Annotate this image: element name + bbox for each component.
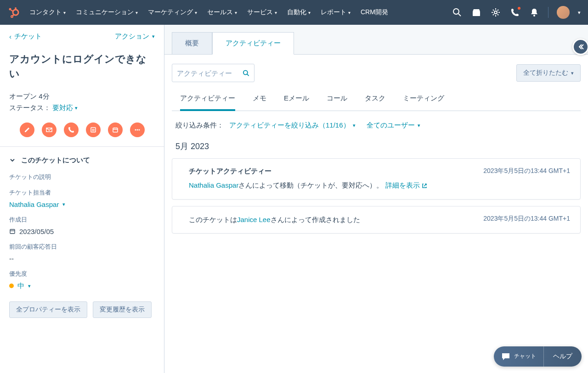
search-icon[interactable] bbox=[452, 7, 463, 18]
nav-crm[interactable]: CRM開発 bbox=[361, 8, 388, 17]
note-button[interactable] bbox=[20, 122, 34, 137]
svg-rect-13 bbox=[91, 128, 96, 132]
phone-icon[interactable] bbox=[509, 7, 520, 18]
svg-rect-23 bbox=[10, 229, 15, 234]
svg-point-11 bbox=[533, 15, 535, 17]
card-timestamp: 2023年5月5日の13:44 GMT+1 bbox=[483, 167, 570, 176]
svg-point-6 bbox=[11, 16, 13, 17]
created-label: 作成日 bbox=[9, 216, 155, 224]
subtab-activity[interactable]: アクティビティー bbox=[180, 88, 235, 111]
content: 概要 アクティビティー 全て折りたたむ▾ アクティビティー メモ Eメール コー… bbox=[164, 25, 588, 373]
subtab-call[interactable]: コール bbox=[327, 88, 347, 111]
account-chevron-icon[interactable]: ▾ bbox=[578, 10, 581, 16]
subtab-task[interactable]: タスク bbox=[365, 88, 385, 111]
nav-sales[interactable]: セールス▾ bbox=[207, 8, 237, 17]
user-avatar[interactable] bbox=[557, 6, 570, 19]
svg-point-20 bbox=[135, 129, 136, 130]
open-duration: オープン 4分 bbox=[9, 92, 155, 101]
top-navigation: コンタクト▾ コミュニケーション▾ マーケティング▾ セールス▾ サービス▾ 自… bbox=[0, 0, 588, 25]
svg-point-7 bbox=[453, 9, 459, 14]
tab-activity[interactable]: アクティビティー bbox=[212, 32, 294, 55]
nav-right: ▾ bbox=[452, 6, 581, 19]
svg-point-22 bbox=[138, 129, 140, 130]
svg-point-21 bbox=[136, 129, 138, 130]
subtab-notes[interactable]: メモ bbox=[253, 88, 266, 111]
section-about-ticket[interactable]: このチケットについて bbox=[9, 156, 155, 165]
nav-report[interactable]: レポート▾ bbox=[321, 8, 351, 17]
details-link[interactable]: 詳細を表示 bbox=[385, 181, 427, 189]
view-history-button[interactable]: 変更履歴を表示 bbox=[93, 301, 152, 318]
actor-link[interactable]: Janice Lee bbox=[237, 216, 271, 223]
filter-activity-dropdown[interactable]: アクティビティーを絞り込み（11/16）▾ bbox=[229, 121, 356, 130]
external-link-icon bbox=[422, 183, 427, 189]
svg-point-2 bbox=[9, 8, 11, 11]
svg-point-1 bbox=[15, 7, 17, 9]
subtab-email[interactable]: Eメール bbox=[284, 88, 309, 111]
priority-label: 優先度 bbox=[9, 270, 155, 278]
back-to-tickets[interactable]: ‹チケット bbox=[9, 32, 42, 41]
sidebar: ‹チケット アクション▾ アカウントにログインできない オープン 4分 ステータ… bbox=[0, 25, 164, 373]
email-button[interactable] bbox=[42, 122, 57, 137]
activity-card: チケットアクティビティー 2023年5月5日の13:44 GMT+1 Natha… bbox=[172, 158, 581, 200]
view-all-properties-button[interactable]: 全プロパティーを表示 bbox=[9, 301, 87, 318]
marketplace-icon[interactable] bbox=[471, 7, 482, 18]
log-button[interactable] bbox=[86, 122, 101, 137]
nav-service[interactable]: サービス▾ bbox=[247, 8, 277, 17]
activity-search-input[interactable] bbox=[177, 69, 243, 77]
card-body: このチケットはJanice Leeさんによって作成されました bbox=[182, 215, 360, 225]
status-row: ステータス： 要対応▾ bbox=[9, 104, 155, 112]
svg-point-0 bbox=[13, 10, 18, 15]
lastreply-label: 前回の顧客応答日 bbox=[9, 243, 155, 251]
collapse-panel-button[interactable] bbox=[572, 39, 588, 55]
chevron-down-icon bbox=[9, 157, 16, 163]
search-icon bbox=[243, 69, 249, 77]
schedule-button[interactable] bbox=[108, 122, 123, 137]
call-button[interactable] bbox=[64, 122, 79, 137]
collapse-all-button[interactable]: 全て折りたたむ▾ bbox=[516, 64, 581, 82]
svg-point-10 bbox=[494, 11, 497, 14]
month-group-label: 5月 2023 bbox=[172, 138, 581, 158]
card-title: チケットアクティビティー bbox=[182, 167, 271, 176]
settings-icon[interactable] bbox=[490, 7, 501, 18]
svg-line-26 bbox=[247, 74, 249, 76]
filter-label: 絞り込み条件： bbox=[175, 121, 224, 130]
tab-overview[interactable]: 概要 bbox=[172, 32, 212, 54]
svg-rect-9 bbox=[473, 11, 480, 16]
lastreply-value: -- bbox=[9, 255, 155, 262]
chat-button[interactable]: チャット bbox=[494, 346, 544, 367]
owner-value[interactable]: Nathalia Gaspar▾ bbox=[9, 200, 155, 208]
actor-link[interactable]: Nathalia Gaspar bbox=[189, 181, 238, 189]
filter-users-dropdown[interactable]: 全てのユーザー▾ bbox=[367, 121, 420, 130]
nav-automation[interactable]: 自動化▾ bbox=[287, 8, 311, 17]
actions-dropdown[interactable]: アクション▾ bbox=[115, 32, 155, 41]
more-button[interactable] bbox=[130, 122, 145, 137]
svg-line-8 bbox=[458, 14, 461, 16]
priority-dot-icon bbox=[9, 284, 14, 288]
notification-icon[interactable] bbox=[529, 7, 540, 18]
hubspot-logo[interactable] bbox=[7, 6, 20, 19]
nav-contacts[interactable]: コンタクト▾ bbox=[29, 8, 66, 17]
status-dropdown[interactable]: 要対応▾ bbox=[52, 104, 78, 112]
calendar-icon bbox=[9, 228, 16, 234]
help-widget: チャット ヘルプ bbox=[494, 346, 582, 367]
desc-label: チケットの説明 bbox=[9, 173, 155, 181]
nav-communication[interactable]: コミュニケーション▾ bbox=[76, 8, 138, 17]
subtab-meeting[interactable]: ミーティング bbox=[403, 88, 444, 111]
svg-point-25 bbox=[243, 71, 248, 75]
nav-marketing[interactable]: マーケティング▾ bbox=[148, 8, 197, 17]
activity-card: このチケットはJanice Leeさんによって作成されました 2023年5月5日… bbox=[172, 206, 581, 234]
owner-label: チケット担当者 bbox=[9, 189, 155, 197]
help-button[interactable]: ヘルプ bbox=[544, 352, 582, 361]
priority-value[interactable]: 中▾ bbox=[9, 282, 155, 290]
nav-items: コンタクト▾ コミュニケーション▾ マーケティング▾ セールス▾ サービス▾ 自… bbox=[29, 8, 452, 17]
chat-icon bbox=[501, 352, 510, 361]
activity-search[interactable] bbox=[172, 64, 254, 82]
card-body: Nathalia Gasparさんによって移動（チケットが、要対応へ）。 詳細を… bbox=[182, 180, 570, 191]
card-timestamp: 2023年5月5日の13:44 GMT+1 bbox=[483, 215, 570, 225]
svg-rect-16 bbox=[113, 128, 118, 132]
created-value: 2023/05/05 bbox=[9, 228, 155, 235]
ticket-title: アカウントにログインできない bbox=[9, 52, 155, 81]
